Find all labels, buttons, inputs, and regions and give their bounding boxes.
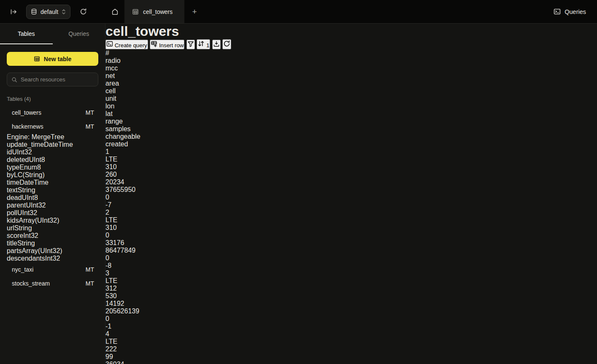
field-name: dead bbox=[7, 194, 22, 201]
field-row[interactable]: pollUInt32 bbox=[7, 209, 98, 217]
table-cell[interactable]: LTE bbox=[105, 156, 147, 163]
field-name: score bbox=[7, 232, 23, 239]
table-icon bbox=[34, 56, 40, 62]
field-row[interactable]: parentUInt32 bbox=[7, 202, 98, 209]
field-row[interactable]: update_timeDateTime bbox=[7, 141, 98, 148]
row-number[interactable]: 2 bbox=[105, 209, 121, 216]
table-cell[interactable]: -1 bbox=[105, 323, 148, 330]
table-row: 4LTE222993603488068103011.30280143.76700… bbox=[105, 330, 232, 364]
row-number[interactable]: 3 bbox=[105, 270, 121, 277]
new-tab-button[interactable]: + bbox=[184, 0, 205, 23]
column-header[interactable]: created bbox=[105, 140, 148, 148]
collapse-sidebar-button[interactable] bbox=[10, 8, 17, 15]
field-row[interactable]: typeEnum8 bbox=[7, 164, 98, 171]
table-cell[interactable]: LTE bbox=[105, 216, 147, 224]
table-cell[interactable]: 33176 bbox=[105, 239, 148, 247]
field-type: DateTime bbox=[44, 141, 73, 148]
field-row[interactable]: scoreInt32 bbox=[7, 232, 98, 240]
table-cell[interactable]: -8 bbox=[105, 262, 148, 270]
field-type: String bbox=[17, 240, 35, 247]
field-row[interactable]: idUInt32 bbox=[7, 148, 98, 156]
sort-icon bbox=[197, 40, 205, 47]
field-row[interactable]: textString bbox=[7, 186, 98, 194]
data-grid: #radiomccnetareacellunitlonlatrangesampl… bbox=[105, 49, 232, 364]
sidebar-item-hackernews[interactable]: hackernews MT bbox=[7, 119, 98, 133]
column-header[interactable]: unit bbox=[105, 95, 148, 102]
sidebar-tab-queries[interactable]: Queries bbox=[53, 24, 105, 44]
table-cell[interactable]: 260 bbox=[105, 171, 148, 178]
column-header[interactable]: net bbox=[105, 72, 148, 80]
table-cell[interactable]: 0 bbox=[105, 232, 148, 239]
table-cell[interactable]: 222 bbox=[105, 345, 148, 353]
topbar: default cell_towers bbox=[0, 0, 597, 24]
refresh-table-button[interactable] bbox=[222, 39, 231, 49]
topbar-left: default bbox=[0, 0, 105, 23]
insert-row-button[interactable]: Insert row bbox=[150, 40, 184, 49]
column-header[interactable]: radio bbox=[105, 57, 147, 65]
field-row[interactable]: descendantsInt32 bbox=[7, 255, 98, 262]
field-type: UInt8 bbox=[22, 194, 38, 201]
search-input[interactable] bbox=[21, 76, 95, 83]
database-selector[interactable]: default bbox=[26, 5, 70, 19]
column-header[interactable]: cell bbox=[105, 87, 148, 95]
table-cell[interactable]: 0 bbox=[105, 194, 148, 201]
table-cell[interactable]: -7 bbox=[105, 201, 148, 209]
column-header[interactable]: changeable bbox=[105, 133, 148, 140]
table-cell[interactable]: 205626139 bbox=[105, 307, 148, 315]
field-type: LC(String) bbox=[14, 171, 45, 178]
table-cell[interactable]: 37655950 bbox=[105, 186, 148, 194]
table-cell[interactable]: 14192 bbox=[105, 300, 148, 307]
column-header[interactable]: lon bbox=[105, 102, 148, 110]
column-header[interactable]: range bbox=[105, 118, 148, 125]
table-cell[interactable]: 36034 bbox=[105, 361, 148, 364]
new-table-button[interactable]: New table bbox=[7, 52, 98, 66]
table-row: 3LTE312530141922056261390-1 bbox=[105, 270, 232, 330]
field-row[interactable]: deadUInt8 bbox=[7, 194, 98, 202]
sidebar-item-nyc-taxi[interactable]: nyc_taxi MT bbox=[7, 262, 98, 276]
download-button[interactable] bbox=[212, 40, 221, 49]
field-name: kids bbox=[7, 217, 19, 224]
table-cell[interactable]: 99 bbox=[105, 353, 148, 361]
field-row[interactable]: byLC(String) bbox=[7, 171, 98, 179]
field-row[interactable]: titleString bbox=[7, 240, 98, 247]
column-header[interactable]: samples bbox=[105, 125, 148, 133]
field-row[interactable]: deletedUInt8 bbox=[7, 156, 98, 164]
filter-button[interactable] bbox=[186, 40, 195, 49]
table-cell[interactable]: LTE bbox=[105, 277, 147, 285]
column-header[interactable]: # bbox=[105, 49, 121, 57]
table-cell[interactable]: LTE bbox=[105, 338, 147, 345]
sidebar-item-cell-towers[interactable]: cell_towers MT bbox=[7, 105, 98, 119]
engine-badge: MT bbox=[86, 123, 94, 130]
table-cell[interactable]: 0 bbox=[105, 254, 148, 262]
table-cell[interactable]: 0 bbox=[105, 315, 148, 323]
field-type: DateTime bbox=[19, 179, 49, 186]
create-query-button[interactable]: Create query bbox=[105, 40, 148, 49]
sort-button[interactable]: 1 bbox=[197, 39, 210, 49]
sidebar-item-stocks-stream[interactable]: stocks_stream MT bbox=[7, 276, 98, 290]
column-header[interactable]: lat bbox=[105, 110, 148, 118]
sidebar-tab-tables[interactable]: Tables bbox=[0, 24, 53, 44]
main-panel: cell_towers Create query Insert row bbox=[105, 24, 232, 364]
tab-cell-towers[interactable]: cell_towers bbox=[124, 0, 184, 23]
table-cell[interactable]: 530 bbox=[105, 292, 148, 300]
field-type: UInt32 bbox=[17, 209, 37, 216]
column-header[interactable]: area bbox=[105, 80, 148, 87]
table-cell[interactable]: 310 bbox=[105, 163, 148, 171]
field-row[interactable]: partsArray(UInt32) bbox=[7, 247, 98, 255]
field-row[interactable]: timeDateTime bbox=[7, 179, 98, 186]
refresh-databases-button[interactable] bbox=[80, 8, 87, 15]
field-row[interactable]: kidsArray(UInt32) bbox=[7, 217, 98, 224]
row-number[interactable]: 4 bbox=[105, 330, 121, 338]
field-name: type bbox=[7, 164, 19, 171]
tab-label: cell_towers bbox=[143, 8, 173, 15]
home-tab[interactable] bbox=[105, 0, 124, 23]
column-header[interactable]: mcc bbox=[105, 65, 148, 72]
row-number[interactable]: 1 bbox=[105, 148, 121, 156]
table-cell[interactable]: 312 bbox=[105, 285, 148, 292]
queries-button[interactable]: Queries bbox=[554, 0, 586, 23]
plus-icon: + bbox=[192, 7, 197, 16]
table-cell[interactable]: 20234 bbox=[105, 178, 148, 186]
table-cell[interactable]: 310 bbox=[105, 224, 148, 232]
field-row[interactable]: urlString bbox=[7, 224, 98, 232]
table-cell[interactable]: 86477849 bbox=[105, 247, 148, 254]
